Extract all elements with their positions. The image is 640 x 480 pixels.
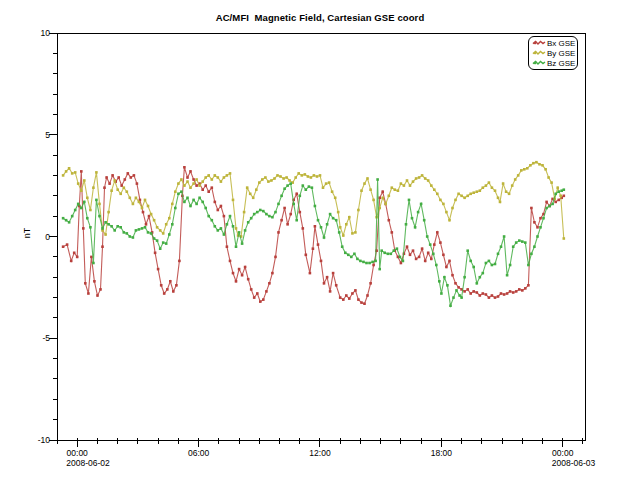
data-point [354, 289, 357, 292]
data-point [457, 193, 460, 196]
data-point [86, 217, 89, 220]
data-point [427, 252, 430, 255]
data-point [302, 184, 305, 187]
data-point [319, 174, 322, 177]
data-point [299, 211, 302, 214]
data-point [494, 296, 497, 299]
data-point [244, 229, 247, 232]
data-point [482, 292, 485, 295]
data-point [538, 163, 541, 166]
data-point [135, 197, 138, 200]
data-point [463, 276, 466, 279]
data-point [214, 174, 217, 177]
data-point [334, 197, 337, 200]
data-point [279, 175, 282, 178]
data-point [174, 207, 177, 210]
data-point [417, 211, 420, 214]
data-point [432, 253, 435, 256]
data-point [214, 201, 217, 204]
data-point [286, 184, 289, 187]
data-point [136, 182, 139, 185]
data-point [258, 181, 261, 184]
data-point [563, 195, 566, 198]
data-point [466, 249, 469, 252]
data-point [289, 213, 292, 216]
data-point [503, 293, 506, 296]
data-point [439, 199, 442, 202]
data-point [374, 260, 377, 263]
data-point [313, 174, 316, 177]
data-point [466, 195, 469, 198]
data-point [363, 182, 366, 185]
data-point [523, 168, 526, 171]
data-point [232, 199, 235, 202]
data-point [220, 180, 223, 183]
data-point [65, 170, 68, 173]
data-point [116, 188, 119, 191]
data-point [527, 284, 530, 287]
data-point [369, 188, 372, 191]
data-point [328, 181, 331, 184]
data-point [502, 182, 505, 185]
data-point [378, 268, 381, 271]
data-point [183, 184, 186, 187]
data-point [309, 272, 312, 275]
data-point [270, 179, 273, 182]
data-point [488, 260, 491, 263]
data-point [463, 197, 466, 200]
data-point [232, 225, 235, 228]
data-point [277, 203, 280, 206]
data-point [262, 210, 265, 213]
data-point [277, 231, 280, 234]
data-point [448, 260, 451, 263]
data-point [156, 226, 159, 229]
data-point [259, 300, 262, 303]
data-point [249, 193, 252, 196]
data-point [406, 245, 409, 248]
data-point [80, 189, 83, 192]
data-point [545, 207, 548, 210]
data-point [500, 245, 503, 248]
data-point [472, 266, 475, 269]
data-point [133, 174, 136, 177]
data-point [302, 227, 305, 230]
data-point [235, 280, 238, 283]
data-point [308, 185, 311, 188]
data-point [356, 258, 359, 261]
data-point [530, 207, 533, 210]
data-point [563, 237, 566, 240]
data-point [214, 225, 217, 228]
data-point [421, 247, 424, 250]
data-point [211, 178, 214, 181]
data-point [252, 197, 255, 200]
data-point [116, 225, 119, 228]
data-point [101, 227, 104, 230]
data-point [166, 288, 169, 291]
plot-area[interactable] [0, 0, 640, 480]
data-point [342, 234, 345, 237]
data-point [505, 190, 508, 193]
data-point [189, 186, 192, 189]
data-point [310, 176, 313, 179]
data-point [442, 254, 445, 257]
data-point [110, 225, 113, 228]
data-point [282, 177, 285, 180]
data-point [74, 209, 77, 212]
data-point [159, 247, 162, 250]
data-point [123, 231, 126, 234]
data-point [554, 193, 557, 196]
data-point [406, 179, 409, 182]
data-point [469, 260, 472, 263]
data-point [426, 235, 429, 238]
x-tick-label: 18:00 [421, 448, 461, 458]
data-point [96, 294, 99, 297]
data-point [446, 284, 449, 287]
data-point [393, 249, 396, 252]
data-point [198, 197, 201, 200]
data-point [186, 176, 189, 179]
data-point [323, 282, 326, 285]
data-point [186, 180, 189, 183]
data-point [494, 189, 497, 192]
data-point [289, 182, 292, 185]
data-point [368, 262, 371, 265]
